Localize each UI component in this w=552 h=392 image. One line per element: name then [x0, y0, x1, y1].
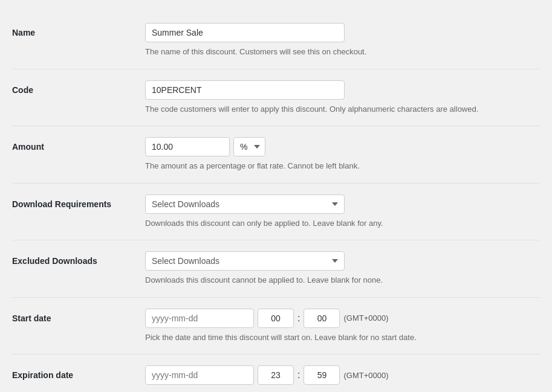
amount-description: The amount as a percentage or flat rate.… [145, 160, 520, 172]
amount-controls: % $ [145, 137, 540, 156]
name-input[interactable] [145, 23, 345, 42]
start-minute-input[interactable] [304, 309, 340, 328]
discount-form: Name The name of this discount. Customer… [12, 12, 540, 392]
start-date-controls: : (GMT+0000) [145, 309, 540, 328]
name-row: Name The name of this discount. Customer… [12, 12, 540, 69]
expiration-date-label: Expiration date [12, 365, 145, 380]
start-date-description: Pick the date and time this discount wil… [145, 332, 520, 344]
start-date-input[interactable] [145, 309, 254, 328]
excluded-downloads-label: Excluded Downloads [12, 251, 145, 266]
expiration-date-field: : (GMT+0000) [145, 365, 540, 385]
name-label: Name [12, 23, 145, 37]
start-hour-input[interactable] [258, 309, 294, 328]
download-requirements-select[interactable]: Select Downloads [145, 194, 345, 214]
excluded-downloads-row: Excluded Downloads Select Downloads Down… [12, 240, 540, 298]
amount-label: Amount [12, 137, 145, 152]
download-requirements-row: Download Requirements Select Downloads D… [12, 184, 540, 241]
expiration-hour-input[interactable] [258, 365, 294, 385]
expiration-date-input[interactable] [145, 365, 254, 385]
code-row: Code The code customers will enter to ap… [12, 69, 540, 127]
expiration-minute-input[interactable] [304, 365, 340, 385]
expiration-date-row: Expiration date : (GMT+0000) [12, 355, 540, 392]
excluded-downloads-description: Downloads this discount cannot be applie… [145, 274, 520, 286]
excluded-downloads-field: Select Downloads Downloads this discount… [145, 251, 540, 286]
name-description: The name of this discount. Customers wil… [145, 46, 520, 58]
download-requirements-label: Download Requirements [12, 194, 145, 209]
start-date-row: Start date : (GMT+0000) Pick the date an… [12, 298, 540, 355]
code-field: The code customers will enter to apply t… [145, 80, 540, 115]
code-description: The code customers will enter to apply t… [145, 103, 520, 115]
name-field: The name of this discount. Customers wil… [145, 23, 540, 58]
start-timezone-label: (GMT+0000) [343, 313, 388, 323]
expiration-date-controls: : (GMT+0000) [145, 365, 540, 385]
amount-unit-select[interactable]: % $ [233, 137, 265, 156]
start-date-label: Start date [12, 309, 145, 323]
code-label: Code [12, 80, 145, 95]
amount-row: Amount % $ The amount as a percentage or… [12, 126, 540, 184]
start-date-field: : (GMT+0000) Pick the date and time this… [145, 309, 540, 344]
start-time-separator: : [297, 313, 300, 324]
download-requirements-description: Downloads this discount can only be appl… [145, 217, 520, 230]
code-input[interactable] [145, 80, 345, 100]
expiration-time-separator: : [297, 370, 300, 381]
download-requirements-field: Select Downloads Downloads this discount… [145, 194, 540, 230]
amount-input[interactable] [145, 137, 230, 156]
expiration-timezone-label: (GMT+0000) [343, 371, 388, 380]
excluded-downloads-select[interactable]: Select Downloads [145, 251, 345, 271]
amount-field: % $ The amount as a percentage or flat r… [145, 137, 540, 172]
